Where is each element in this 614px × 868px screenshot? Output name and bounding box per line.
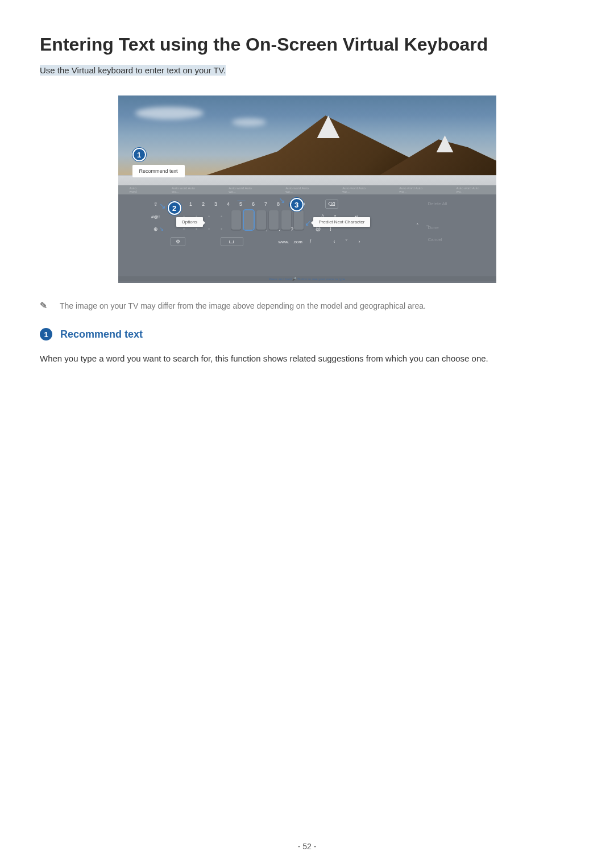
done-button[interactable]: Done — [428, 222, 463, 234]
annotation-3: 3 — [290, 198, 304, 211]
symbols-key[interactable]: #@! — [151, 214, 160, 219]
figure-background: 1 Recommend text — [118, 95, 496, 175]
backspace-key[interactable]: ⌫ — [325, 200, 338, 209]
keyboard-hint: Press and hold 🎤 Button to use your voic… — [118, 276, 496, 281]
section-number: 1 — [40, 328, 52, 340]
predict-tooltip: Predict Next Character — [313, 217, 371, 227]
predict-key[interactable] — [256, 210, 266, 230]
annotation-2: 2 — [168, 201, 181, 215]
note-row: ✎ The image on your TV may differ from t… — [40, 300, 574, 311]
up-key[interactable]: ˄ — [413, 223, 422, 229]
delete-all-button[interactable]: Delete All — [428, 198, 463, 210]
key-7[interactable]: 7 — [262, 201, 271, 207]
dash-key[interactable]: – — [424, 223, 433, 229]
arrow-icon: — — [238, 196, 246, 205]
left-key[interactable]: ‹ — [330, 239, 339, 244]
predict-keys-row — [231, 210, 304, 230]
key-4[interactable]: 4 — [224, 201, 233, 207]
sugg-item: Auto word Auto wo... — [172, 186, 200, 193]
recommend-text-popup: Recommend text — [132, 165, 185, 177]
key-letter[interactable]: • — [205, 214, 214, 219]
slash-key[interactable]: / — [306, 239, 315, 244]
settings-key[interactable]: ⚙ — [171, 237, 185, 246]
sugg-item: Auto word Auto wo... — [342, 186, 371, 193]
options-tooltip: Options — [176, 217, 204, 227]
down-key[interactable]: ˅ — [342, 239, 351, 244]
virtual-keyboard: ⇧ ⠿ 1 2 3 4 5 6 7 8 9 0 ⌫ #@! • — [118, 194, 496, 283]
key-letter[interactable]: • — [180, 226, 189, 232]
key-1[interactable]: 1 — [186, 201, 196, 207]
sugg-item: Auto word Auto wo... — [285, 186, 314, 193]
predict-key[interactable] — [269, 210, 279, 230]
com-key[interactable]: .com — [293, 239, 302, 244]
key-letter[interactable]: • — [192, 226, 201, 232]
key-2[interactable]: 2 — [199, 201, 208, 207]
arrow-icon: ↘ — [159, 201, 166, 210]
space-key[interactable]: ⌴ — [221, 237, 243, 246]
www-key[interactable]: www. — [279, 239, 289, 244]
arrow-icon: ↙ — [305, 218, 312, 227]
section-head: 1 Recommend text — [40, 328, 574, 340]
key-6[interactable]: 6 — [249, 201, 258, 207]
key-letter[interactable]: • — [217, 214, 226, 219]
key-letter[interactable]: • — [217, 226, 226, 232]
at-key[interactable]: @ — [314, 226, 323, 232]
right-key[interactable]: › — [355, 239, 364, 244]
arrow-icon: ↘ — [279, 196, 285, 205]
key-letter[interactable]: • — [205, 226, 214, 232]
predict-key[interactable] — [281, 210, 291, 230]
excl-key[interactable]: ! — [326, 226, 335, 232]
note-icon: ✎ — [40, 300, 47, 311]
sugg-item: Auto word Auto wo... — [229, 186, 257, 193]
cancel-button[interactable]: Cancel — [428, 234, 463, 246]
annotation-1: 1 — [132, 148, 146, 161]
sugg-item: Auto word Auto wo... — [456, 186, 484, 193]
arrow-icon: ↘ — [159, 226, 164, 232]
key-3[interactable]: 3 — [211, 201, 221, 207]
suggestion-row: Auto word Auto word Auto wo... Auto word… — [118, 185, 496, 194]
section-title: Recommend text — [60, 329, 143, 340]
predict-key[interactable] — [294, 210, 304, 230]
note-text: The image on your TV may differ from the… — [60, 301, 426, 310]
keyboard-figure: 1 Recommend text Auto word Auto word Aut… — [118, 95, 496, 283]
sugg-item: Auto word Auto wo... — [399, 186, 428, 193]
sugg-item: Auto word — [130, 186, 144, 193]
section-body: When you type a word you want to search … — [40, 352, 574, 366]
predict-key-highlight[interactable] — [244, 210, 254, 230]
page-number: - 52 - — [0, 842, 614, 851]
page-title: Entering Text using the On-Screen Virtua… — [40, 34, 574, 55]
intro-text: Use the Virtual keyboard to enter text o… — [40, 65, 226, 76]
predict-key[interactable] — [231, 210, 241, 230]
right-column: Delete All Done Cancel — [428, 198, 463, 246]
